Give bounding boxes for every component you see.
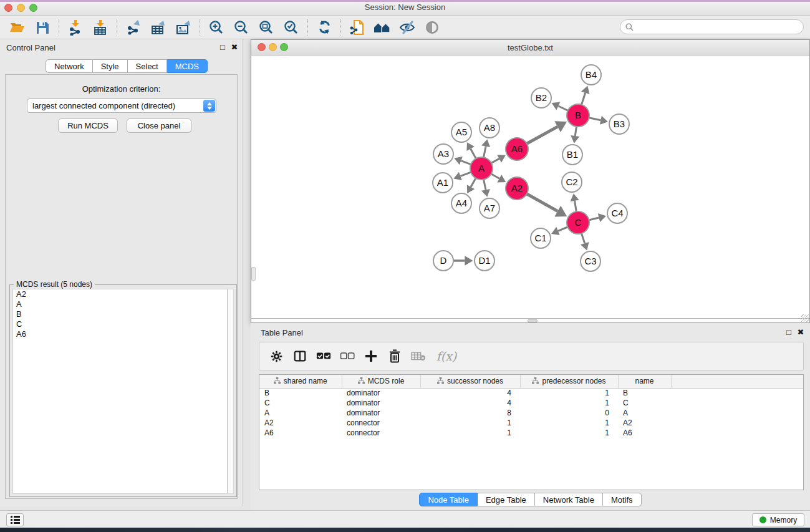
zoom-selected-button[interactable] [279, 17, 304, 37]
float-panel-icon[interactable]: □ [218, 42, 228, 52]
column-header-mcds-role[interactable]: MCDS role [342, 375, 420, 388]
zoom-out-button[interactable] [229, 17, 254, 37]
table-settings-button[interactable] [267, 347, 286, 365]
import-network-button[interactable] [63, 17, 88, 37]
network-hscroll-thumb[interactable] [528, 319, 538, 322]
zoom-fit-button[interactable] [254, 17, 279, 37]
import-table-button[interactable] [88, 17, 113, 37]
add-column-button[interactable] [362, 347, 380, 365]
graph-node-label: A2 [511, 183, 523, 193]
window-resize-grip[interactable] [801, 314, 809, 322]
graph-node-A3[interactable]: A3 [433, 144, 453, 164]
tab-style[interactable]: Style [93, 59, 128, 73]
table-row[interactable]: Adominator80A [259, 408, 803, 418]
graph-node-A6[interactable]: A6 [506, 138, 528, 160]
network-from-selection-button[interactable] [345, 17, 370, 37]
table-panel-tabs: Node TableEdge TableNetwork TableMotifs [251, 493, 810, 506]
save-session-button[interactable] [30, 17, 55, 37]
gear-icon [270, 350, 283, 363]
function-builder-button[interactable]: f(x) [433, 347, 460, 365]
graph-node-label: C4 [611, 208, 623, 218]
mcds-result-item[interactable]: A6 [13, 329, 227, 339]
mcds-result-item[interactable]: A [13, 299, 227, 309]
graph-node-D[interactable]: D [433, 251, 453, 271]
graph-node-B1[interactable]: B1 [562, 145, 582, 165]
zoom-fit-icon [258, 19, 274, 36]
tab-edge-table[interactable]: Edge Table [478, 493, 535, 506]
graph-node-A2[interactable]: A2 [506, 177, 528, 200]
desktop-background [0, 528, 810, 532]
graph-node-C4[interactable]: C4 [607, 203, 627, 223]
column-header-successor-nodes[interactable]: successor nodes [420, 375, 520, 388]
close-panel-button[interactable]: Close panel [127, 118, 191, 133]
table-row[interactable]: A6connector11A6 [259, 428, 803, 438]
graph-node-A7[interactable]: A7 [480, 198, 499, 218]
tab-select[interactable]: Select [128, 59, 167, 73]
network-horizontal-scrollbar[interactable] [251, 318, 809, 322]
split-columns-button[interactable] [291, 347, 309, 365]
split-columns-icon [293, 349, 307, 363]
graph-node-C[interactable]: C [567, 211, 589, 234]
graph-node-C1[interactable]: C1 [531, 228, 551, 248]
column-header-predecessor-nodes[interactable]: predecessor nodes [520, 375, 618, 388]
network-canvas[interactable]: B4B2BB3A8A5A6A3B1AA1C2A2A4A7C4CC1C3DD1 [251, 56, 809, 318]
mcds-result-item[interactable]: A2 [13, 289, 227, 299]
close-panel-icon[interactable]: ✖ [229, 42, 239, 52]
graph-node-B3[interactable]: B3 [609, 114, 629, 134]
zoom-in-button[interactable] [204, 17, 229, 37]
tab-network-table[interactable]: Network Table [535, 493, 603, 506]
deselect-all-columns-button[interactable] [338, 347, 357, 365]
export-table-button[interactable] [146, 17, 171, 37]
network-vertical-scrollbar[interactable] [251, 267, 256, 281]
graph-node-B4[interactable]: B4 [581, 65, 601, 85]
graph-node-D1[interactable]: D1 [475, 251, 494, 271]
graph-node-A5[interactable]: A5 [451, 122, 471, 142]
graph-node-B[interactable]: B [567, 104, 589, 127]
graph-node-A4[interactable]: A4 [451, 193, 471, 213]
graph-node-B2[interactable]: B2 [531, 88, 551, 108]
task-history-button[interactable] [6, 513, 24, 526]
mcds-result-item[interactable]: B [13, 309, 227, 319]
table-panel: Table Panel □ ✖ [251, 323, 810, 510]
mcds-result-item[interactable]: C [13, 319, 227, 329]
import-network-icon [67, 19, 84, 36]
column-header-shared-name[interactable]: shared name [259, 375, 342, 388]
delete-column-button[interactable] [385, 347, 404, 365]
search-input[interactable] [634, 22, 798, 31]
toolbar-eye-button[interactable] [420, 17, 445, 37]
run-mcds-button[interactable]: Run MCDS [58, 118, 118, 133]
column-header-name[interactable]: name [618, 375, 671, 388]
memory-button[interactable]: Memory [752, 513, 804, 526]
float-table-panel-icon[interactable]: □ [784, 327, 794, 337]
tab-node-table[interactable]: Node Table [419, 493, 478, 506]
tab-network[interactable]: Network [46, 59, 93, 73]
open-session-button[interactable] [5, 17, 30, 37]
export-network-button[interactable] [121, 17, 146, 37]
mcds-result-list[interactable]: A2ABCA6 [12, 289, 228, 494]
table-cell: 4 [420, 398, 520, 408]
tab-mcds[interactable]: MCDS [167, 59, 208, 73]
graph-node-A8[interactable]: A8 [480, 118, 499, 138]
toolbar-divider [200, 19, 200, 36]
select-all-columns-button[interactable] [314, 347, 333, 365]
graph-node-C2[interactable]: C2 [562, 172, 582, 192]
toolbar-houses-button[interactable] [370, 17, 395, 37]
delete-table-button[interactable] [409, 347, 428, 365]
graph-node-C3[interactable]: C3 [581, 251, 600, 271]
close-table-panel-icon[interactable]: ✖ [796, 327, 806, 337]
search-field[interactable] [620, 19, 804, 34]
graph-node-A1[interactable]: A1 [433, 173, 453, 193]
folder-open-icon [9, 20, 26, 35]
table-row[interactable]: A2connector11A2 [259, 418, 803, 428]
export-image-button[interactable] [171, 17, 196, 37]
apply-layout-button[interactable] [312, 17, 337, 37]
mcds-list-scrollbar[interactable] [228, 289, 234, 494]
table-row[interactable]: Cdominator41C [259, 398, 803, 408]
criterion-dropdown[interactable]: largest connected component (directed) [27, 99, 216, 113]
graph-node-A[interactable]: A [470, 157, 493, 180]
table-row[interactable]: Bdominator41B [259, 388, 803, 398]
tab-motifs[interactable]: Motifs [603, 493, 642, 506]
graph-edge-arrow [481, 189, 490, 197]
trash-icon [388, 349, 401, 363]
hide-graphics-details-button[interactable] [395, 17, 420, 37]
